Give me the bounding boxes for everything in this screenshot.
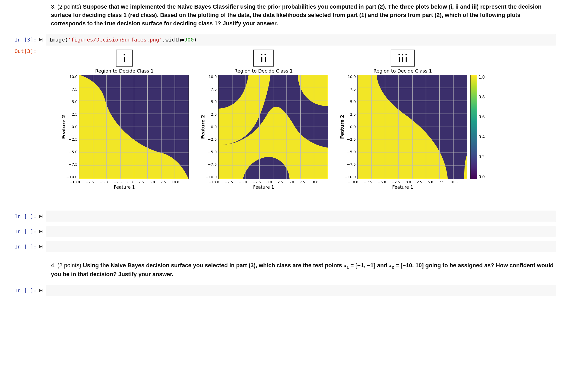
run-cell-icon[interactable]: ▶| — [39, 285, 46, 293]
xtick: 10.0 — [311, 180, 318, 184]
xtick: −5.0 — [99, 180, 108, 184]
cbar-tick: 0.6 — [479, 115, 485, 119]
colorbar-bar — [470, 75, 477, 179]
xtick: 2.5 — [138, 180, 144, 184]
plot-ii-xlabel: Feature 1 — [209, 184, 318, 190]
cbar-tick: 0.8 — [479, 95, 485, 99]
prompt-out-3: Out[3]: — [0, 45, 39, 54]
code-open: ( — [65, 37, 68, 43]
colorbar-ticks: 1.0 0.8 0.6 0.4 0.2 0.0 — [477, 75, 485, 179]
ytick: 2.5 — [66, 112, 78, 116]
ytick: −10.0 — [66, 175, 78, 179]
plot-ii-title: Region to Decide Class 1 — [234, 68, 293, 74]
plot-iii-axes — [357, 75, 467, 179]
q4-points: (2 points) — [57, 262, 81, 269]
xtick: −5.0 — [378, 180, 386, 184]
prompt-empty: In [ ]: — [0, 211, 39, 219]
prompt-empty: In [ ]: — [0, 241, 39, 250]
plot-ii-yticks: 10.0 7.5 5.0 2.5 0.0 −2.5 −5.0 −7.5 −10.… — [205, 75, 218, 179]
empty-cell-3: In [ ]: ▶| — [0, 241, 556, 252]
ytick: −5.0 — [205, 150, 217, 154]
ytick: 0.0 — [66, 125, 78, 129]
code-cell-in3: In [3]: ▶| Image('figures/DecisionSurfac… — [0, 34, 556, 45]
xtick: −2.5 — [392, 180, 400, 184]
cbar-tick: 0.2 — [479, 155, 485, 159]
output-area-3: i Region to Decide Class 1 Feature 2 10.… — [46, 45, 556, 192]
empty-cell-4: In [ ]: ▶| — [0, 285, 556, 296]
code-kw: width — [166, 37, 181, 43]
ytick: 10.0 — [66, 75, 78, 79]
cbar-tick: 1.0 — [479, 75, 485, 80]
ytick: 5.0 — [205, 100, 217, 104]
ytick: −10.0 — [205, 175, 217, 179]
question-4: 4. (2 points) Using the Naive Bayes deci… — [51, 261, 556, 279]
cbar-tick: 0.4 — [479, 135, 485, 139]
ytick: 10.0 — [345, 75, 356, 79]
xtick: 2.5 — [278, 180, 283, 184]
xtick: 5.0 — [428, 180, 433, 184]
plot-iii-yticks: 10.0 7.5 5.0 2.5 0.0 −2.5 −5.0 −7.5 −10.… — [345, 75, 357, 179]
plot-ii-axes — [218, 75, 328, 179]
ytick: 0.0 — [205, 125, 217, 129]
run-cell-icon[interactable]: ▶| — [39, 226, 46, 234]
code-input-empty[interactable] — [46, 285, 556, 296]
q4-eq2: = [−10, 10] — [394, 262, 424, 269]
xtick: 7.5 — [439, 180, 444, 184]
output-cell-3: Out[3]: i Region to Decide Class 1 Featu… — [0, 45, 556, 192]
q4-x1: x — [344, 262, 346, 269]
plot-iii-ylabel: Feature 2 — [338, 75, 345, 179]
q4-and: and — [375, 262, 389, 269]
code-func: Image — [49, 37, 65, 43]
code-eq: = — [181, 37, 184, 43]
code-input-3[interactable]: Image('figures/DecisionSurfaces.png',wid… — [46, 34, 556, 45]
ytick: −10.0 — [345, 175, 356, 179]
ytick: −7.5 — [66, 162, 78, 167]
ytick: 2.5 — [345, 112, 356, 116]
code-input-empty[interactable] — [46, 226, 556, 237]
empty-cell-2: In [ ]: ▶| — [0, 226, 556, 237]
plot-i-ylabel: Feature 2 — [60, 75, 66, 179]
xtick: 0.0 — [127, 180, 133, 184]
xtick: −10.0 — [348, 180, 358, 184]
ytick: 7.5 — [66, 87, 78, 91]
plot-i-xlabel: Feature 1 — [69, 184, 179, 190]
xtick: −10.0 — [209, 180, 219, 184]
ytick: 10.0 — [205, 75, 217, 79]
plot-i-axes — [79, 75, 189, 179]
question-3: 3. (2 points) Suppose that we implemente… — [51, 3, 556, 28]
code-input-empty[interactable] — [46, 241, 556, 252]
prompt-empty: In [ ]: — [0, 285, 39, 294]
q4-prefix: Using the Naive Bayes decision surface y… — [83, 262, 344, 269]
xtick: −2.5 — [114, 180, 122, 184]
plot-ii-ylabel: Feature 2 — [199, 75, 205, 179]
ytick: −5.0 — [345, 150, 356, 154]
run-cell-icon[interactable]: ▶| — [39, 211, 46, 218]
plot-i: i Region to Decide Class 1 Feature 2 10.… — [60, 50, 189, 190]
run-cell-icon[interactable]: ▶| — [39, 34, 46, 42]
ytick: 0.0 — [345, 125, 356, 129]
q3-number: 3. — [51, 3, 56, 10]
ytick: 7.5 — [345, 87, 356, 91]
code-num: 900 — [184, 37, 194, 43]
colorbar: 1.0 0.8 0.6 0.4 0.2 0.0 — [470, 75, 485, 179]
q3-text: Suppose that we implemented the Naive Ba… — [51, 3, 542, 27]
xtick: 0.0 — [267, 180, 272, 184]
code-input-empty[interactable] — [46, 211, 556, 222]
q4-eq1: = [−1, −1] — [349, 262, 375, 269]
code-close: ) — [194, 37, 197, 43]
ytick: −7.5 — [205, 162, 217, 167]
plot-iii-label: iii — [391, 50, 415, 67]
code-sep: , — [162, 37, 166, 43]
plot-ii-label: ii — [253, 50, 274, 67]
xtick: 10.0 — [450, 180, 457, 184]
xtick: 10.0 — [172, 180, 179, 184]
prompt-in-3: In [3]: — [0, 34, 39, 43]
ytick: −7.5 — [345, 162, 356, 167]
plot-ii: ii Region to Decide Class 1 Feature 2 10… — [199, 50, 328, 190]
ytick: −2.5 — [345, 137, 356, 141]
xtick: 2.5 — [417, 180, 422, 184]
plot-i-yticks: 10.0 7.5 5.0 2.5 0.0 −2.5 −5.0 −7.5 −10.… — [66, 75, 79, 179]
q4-x2sub: 2 — [392, 265, 394, 269]
run-cell-icon[interactable]: ▶| — [39, 241, 46, 249]
ytick: 5.0 — [345, 100, 356, 104]
